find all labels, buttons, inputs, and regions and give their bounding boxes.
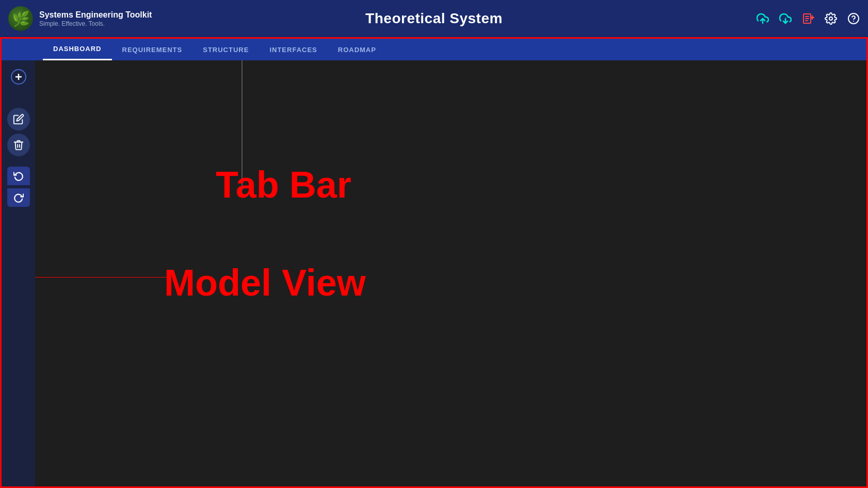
header: Systems Engineering Toolkit Simple. Effe… [0,0,868,37]
logo-area: Systems Engineering Toolkit Simple. Effe… [8,6,152,31]
tab-bar: DASHBOARD REQUIREMENTS STRUCTURE INTERFA… [2,39,866,60]
tab-interfaces[interactable]: INTERFACES [259,39,327,60]
content-area: Tab Bar Model View [2,60,866,486]
tab-roadmap[interactable]: ROADMAP [328,39,387,60]
model-view-annotation: Model View [164,262,366,304]
app-tagline: Simple. Effective. Tools. [39,20,152,27]
delete-button[interactable] [7,134,30,156]
settings-icon[interactable] [825,12,837,25]
download-icon[interactable] [779,12,792,25]
undo-button[interactable] [7,167,30,185]
add-button[interactable] [7,66,30,88]
tab-dashboard[interactable]: DASHBOARD [43,39,112,60]
sidebar [2,60,35,486]
app-logo-icon [8,6,33,31]
tab-bar-annotation: Tab Bar [216,164,351,206]
horizontal-divider [35,277,169,278]
svg-point-8 [829,17,832,20]
tab-list: DASHBOARD REQUIREMENTS STRUCTURE INTERFA… [43,39,387,60]
help-icon[interactable] [847,12,860,25]
model-view: Tab Bar Model View [35,60,866,486]
tab-requirements[interactable]: REQUIREMENTS [112,39,193,60]
header-actions [757,12,860,25]
logo-text: Systems Engineering Toolkit Simple. Effe… [39,10,152,27]
main-container: DASHBOARD REQUIREMENTS STRUCTURE INTERFA… [0,37,868,488]
header-center: Theoretical System [365,10,503,27]
app-name: Systems Engineering Toolkit [39,10,152,20]
upload-icon[interactable] [757,12,769,25]
add-document-icon[interactable] [802,12,814,25]
edit-button[interactable] [7,108,30,131]
page-title: Theoretical System [365,10,503,26]
tab-structure[interactable]: STRUCTURE [192,39,259,60]
redo-button[interactable] [7,188,30,207]
